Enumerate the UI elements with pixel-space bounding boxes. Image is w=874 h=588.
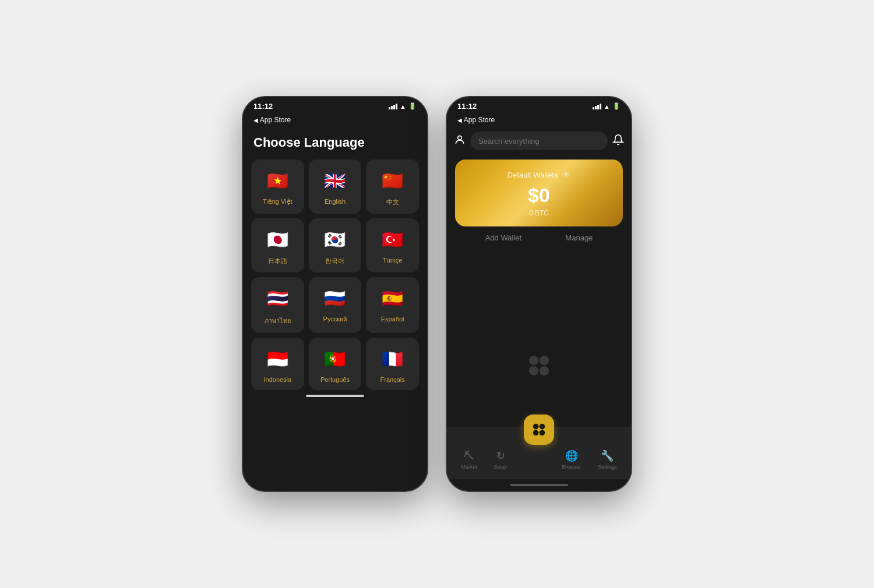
- nav-market[interactable]: ⛏ Market: [456, 448, 482, 472]
- lang-item-zh[interactable]: 🇨🇳 中文: [366, 160, 419, 214]
- swap-label: Swap: [494, 464, 508, 470]
- search-input[interactable]: [478, 137, 600, 146]
- lang-item-pt[interactable]: 🇵🇹 Português: [309, 338, 362, 390]
- lang-name-ja: 日本語: [268, 257, 287, 265]
- signal-icon-2: [593, 104, 601, 109]
- flag-es: 🇪🇸: [380, 285, 406, 311]
- fab-logo-icon: [530, 421, 548, 438]
- manage-button[interactable]: Manage: [565, 233, 593, 242]
- lang-name-ko: 한국어: [325, 257, 344, 265]
- wallet-card-header: Default Wallets 👁: [467, 170, 611, 179]
- flag-id: 🇮🇩: [265, 346, 290, 371]
- wallet-amount: $0: [467, 184, 611, 207]
- lang-name-vi: Tiếng Việt: [263, 198, 292, 206]
- add-wallet-button[interactable]: Add Wallet: [485, 233, 521, 242]
- lang-name-ru: Русский: [323, 316, 347, 323]
- flag-ru: 🇷🇺: [322, 285, 348, 311]
- lang-item-fr[interactable]: 🇫🇷 Français: [366, 338, 419, 390]
- home-bar-2: [510, 484, 568, 486]
- flag-vi: 🇻🇳: [265, 168, 290, 193]
- fab-button[interactable]: [524, 415, 554, 445]
- back-link-1[interactable]: App Store: [253, 116, 291, 124]
- svg-point-7: [533, 430, 539, 436]
- wallet-actions: Add Wallet Manage: [455, 226, 623, 249]
- lang-name-zh: 中文: [386, 198, 399, 207]
- svg-point-6: [540, 424, 545, 430]
- nav-items: ⛏ Market ↻ Swap 🌐 Browser 🔧 Settings: [447, 447, 631, 472]
- svg-point-4: [540, 366, 549, 376]
- lang-name-fr: Français: [380, 376, 405, 383]
- page-title-1: Choose Language: [243, 128, 427, 160]
- nav-swap[interactable]: ↻ Swap: [489, 447, 512, 472]
- status-bar-1: 11:12 ▲ 🔋: [243, 97, 427, 113]
- lang-item-th[interactable]: 🇹🇭 ภาษาไทย: [251, 277, 304, 333]
- wifi-icon: ▲: [400, 103, 406, 110]
- lang-name-id: Indonesia: [263, 376, 291, 383]
- lang-item-tr[interactable]: 🇹🇷 Türkçe: [366, 218, 419, 272]
- lang-item-en[interactable]: 🇬🇧 English: [309, 160, 362, 214]
- wallet-section: Default Wallets 👁 $0 0 BTC Add Wallet Ma…: [447, 154, 631, 282]
- back-nav-1[interactable]: App Store: [243, 113, 427, 128]
- market-label: Market: [461, 464, 477, 470]
- status-time-2: 11:12: [457, 102, 477, 111]
- browser-label: Browser: [562, 464, 581, 470]
- browser-icon: 🌐: [565, 449, 578, 462]
- lang-name-es: Español: [381, 316, 404, 323]
- flag-ko: 🇰🇷: [322, 226, 348, 252]
- status-bar-2: 11:12 ▲ 🔋: [447, 97, 631, 113]
- back-nav-2[interactable]: App Store: [447, 113, 631, 128]
- svg-point-3: [529, 366, 538, 376]
- wallet-title: Default Wallets: [508, 171, 558, 179]
- lang-name-tr: Türkçe: [383, 257, 403, 264]
- fab-container: [447, 415, 631, 445]
- lang-name-pt: Português: [320, 376, 350, 383]
- svg-point-2: [540, 356, 549, 365]
- bottom-nav: ⛏ Market ↻ Swap 🌐 Browser 🔧 Settings: [447, 427, 631, 479]
- svg-point-8: [540, 430, 545, 436]
- language-screen: 11:12 ▲ 🔋 App Store Choose Language 🇻: [242, 96, 428, 492]
- battery-icon: 🔋: [408, 102, 417, 110]
- lang-item-es[interactable]: 🇪🇸 Español: [366, 277, 419, 333]
- settings-label: Settings: [598, 464, 617, 470]
- eye-icon[interactable]: 👁: [562, 170, 570, 179]
- flag-th: 🇹🇭: [265, 285, 290, 311]
- language-grid: 🇻🇳 Tiếng Việt 🇬🇧 English 🇨🇳 中文 🇯🇵 日本語 🇰🇷…: [243, 160, 427, 390]
- app-logo-icon: [524, 351, 554, 380]
- battery-icon-2: 🔋: [612, 102, 621, 110]
- swap-icon: ↻: [496, 449, 505, 462]
- status-icons-1: ▲ 🔋: [389, 102, 417, 110]
- home-indicator-1: [243, 390, 427, 402]
- notification-bell-icon[interactable]: [612, 134, 624, 148]
- back-link-2[interactable]: App Store: [457, 116, 495, 124]
- flag-fr: 🇫🇷: [380, 346, 406, 371]
- market-icon: ⛏: [464, 450, 474, 462]
- user-icon[interactable]: [454, 134, 466, 148]
- lang-item-vi[interactable]: 🇻🇳 Tiếng Việt: [251, 160, 304, 214]
- status-icons-2: ▲ 🔋: [593, 102, 621, 110]
- center-logo: [447, 305, 631, 427]
- wifi-icon-2: ▲: [604, 103, 610, 110]
- lang-item-id[interactable]: 🇮🇩 Indonesia: [251, 338, 304, 390]
- svg-point-5: [533, 424, 539, 430]
- svg-point-1: [529, 356, 538, 365]
- search-bar: [447, 128, 631, 154]
- nav-settings[interactable]: 🔧 Settings: [593, 447, 622, 472]
- wallet-screen: 11:12 ▲ 🔋 App Store: [446, 96, 632, 492]
- lang-item-ja[interactable]: 🇯🇵 日本語: [251, 218, 304, 272]
- lang-item-ru[interactable]: 🇷🇺 Русский: [309, 277, 362, 333]
- home-indicator-2: [447, 479, 631, 491]
- lang-name-en: English: [325, 198, 346, 205]
- svg-point-0: [458, 136, 462, 140]
- flag-zh: 🇨🇳: [380, 168, 406, 193]
- nav-browser[interactable]: 🌐 Browser: [557, 447, 586, 472]
- settings-icon: 🔧: [601, 449, 614, 462]
- home-bar-1: [306, 395, 364, 397]
- signal-icon: [389, 104, 397, 109]
- flag-ja: 🇯🇵: [265, 226, 290, 252]
- search-input-wrap[interactable]: [470, 132, 608, 150]
- lang-item-ko[interactable]: 🇰🇷 한국어: [309, 218, 362, 272]
- flag-pt: 🇵🇹: [322, 346, 348, 371]
- status-time-1: 11:12: [253, 102, 273, 111]
- flag-en: 🇬🇧: [322, 168, 348, 193]
- wallet-card: Default Wallets 👁 $0 0 BTC: [455, 160, 623, 226]
